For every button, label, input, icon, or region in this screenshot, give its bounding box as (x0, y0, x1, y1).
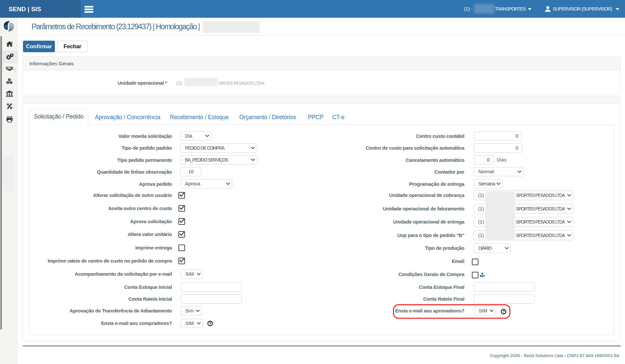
svg-text:?: ? (209, 321, 212, 326)
